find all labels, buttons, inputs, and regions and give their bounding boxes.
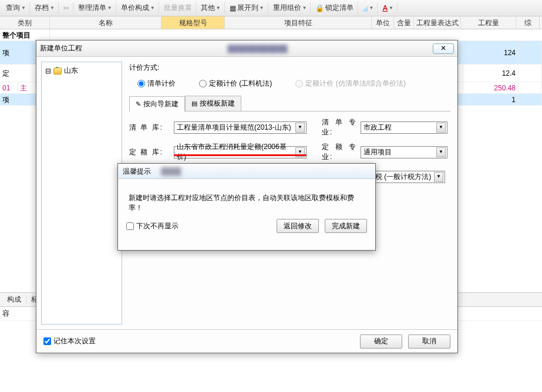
- radio-quota-pricing[interactable]: 定额计价 (工料机法): [199, 79, 272, 89]
- label: 其他: [201, 3, 215, 13]
- tip-message: 新建时请选择工程对应地区节点的价目表，自动关联该地区取费模板和费率！: [118, 179, 375, 219]
- radio-quota-pricing2: 定额计价 (仿清单法/综合单价法): [295, 79, 406, 89]
- dialog-title: 新建单位工程: [40, 43, 82, 53]
- combo-quotamajor[interactable]: 通用项目▼: [361, 146, 447, 158]
- checkbox-input[interactable]: [43, 337, 51, 345]
- value: 山东省市政工程消耗量定额(2006基价): [177, 142, 295, 162]
- value: 工程量清单项目计量规范(2013-山东): [177, 123, 291, 133]
- dialog-titlebar: 新建单位工程 ████████████ ✕: [36, 40, 457, 57]
- regroup-button[interactable]: 重用组价▼: [270, 2, 311, 14]
- chevron-down-icon: ▼: [434, 172, 443, 182]
- radio-list-pricing[interactable]: 清单计价: [137, 79, 176, 89]
- cell: 01: [0, 82, 18, 93]
- grid-row[interactable]: 整个项目: [0, 29, 542, 41]
- main-toolbar: 查询▼ 存档▼ ✂ 整理清单▼ 单价构成▼ 批量换算 其他▼ ▦展开到▼ 重用组…: [0, 0, 542, 16]
- col-gcl: 工程量: [461, 16, 516, 29]
- label: 清单专业:: [322, 117, 357, 137]
- expand-button[interactable]: ▦展开到▼: [226, 2, 268, 14]
- radio-input[interactable]: [137, 80, 145, 87]
- label: 查询: [6, 3, 20, 13]
- cell: 12.4: [463, 65, 519, 82]
- chevron-down-icon: ▼: [302, 5, 307, 11]
- label: 清单计价: [147, 79, 176, 89]
- combo-listmajor[interactable]: 市政工程▼: [361, 121, 447, 134]
- scissors-icon: ✂: [63, 4, 69, 12]
- dialog-footer: 记住本次设置 确定 取消: [36, 329, 457, 353]
- finish-button[interactable]: 完成新建: [325, 219, 367, 233]
- folder-icon: [53, 67, 62, 75]
- highlight-button[interactable]: ◢▼: [359, 3, 378, 13]
- col-name: 名称: [50, 16, 161, 29]
- tip-titlebar: 温馨提示 ████: [118, 164, 375, 179]
- chevron-down-icon: ▼: [260, 5, 264, 11]
- other-button[interactable]: 其他▼: [197, 2, 225, 14]
- label: 定额计价 (仿清单法/综合单价法): [305, 79, 406, 89]
- checkbox-input[interactable]: [126, 222, 134, 230]
- label: 记住本次设置: [53, 336, 96, 346]
- minus-icon: ⊟: [45, 67, 51, 75]
- label: 单价构成: [121, 3, 149, 13]
- label: 按向导新建: [143, 99, 179, 109]
- label: 定额专业:: [322, 142, 357, 162]
- noagain-checkbox[interactable]: 下次不再显示: [126, 221, 179, 231]
- tab-template[interactable]: ▤按模板新建: [185, 96, 241, 111]
- label: 重用组价: [273, 3, 301, 13]
- label: 批量换算: [164, 3, 192, 13]
- pricing-radios: 清单计价 定额计价 (工料机法) 定额计价 (仿清单法/综合单价法): [129, 76, 450, 96]
- tab-wizard[interactable]: ✎按向导新建: [129, 96, 185, 111]
- tip-footer: 下次不再显示 返回修改 完成新建: [118, 219, 375, 233]
- tree-label: 山东: [64, 66, 78, 76]
- combo-quotalib[interactable]: 山东省市政工程消耗量定额(2006基价)▼: [174, 146, 307, 158]
- radio-input: [295, 80, 303, 87]
- cell: 整个项目: [0, 29, 50, 40]
- col-kind: 类别: [0, 16, 50, 29]
- chevron-down-icon: ▼: [107, 5, 112, 11]
- chevron-down-icon: ▼: [21, 5, 26, 11]
- chevron-down-icon: ▼: [216, 5, 221, 11]
- cell: 1: [463, 94, 519, 105]
- row-listlib: 清 单 库: 工程量清单项目计量规范(2013-山东)▼ 清单专业: 市政工程▼: [129, 117, 450, 137]
- scissors-button[interactable]: ✂: [60, 3, 73, 13]
- radio-input[interactable]: [199, 80, 207, 87]
- create-tabs: ✎按向导新建 ▤按模板新建: [129, 96, 450, 111]
- tree-item[interactable]: ⊟ 山东: [44, 65, 119, 77]
- value: 市政工程: [363, 123, 392, 133]
- label: 展开到: [237, 3, 258, 13]
- unitprice-button[interactable]: 单价构成▼: [117, 2, 159, 14]
- label: 定额计价 (工料机法): [209, 79, 272, 89]
- red-annotation: [174, 154, 307, 156]
- cancel-button[interactable]: 取消: [408, 334, 450, 349]
- label: 下次不再显示: [136, 221, 179, 231]
- blurred-text: ████: [161, 167, 181, 175]
- ok-button[interactable]: 确定: [360, 334, 402, 349]
- chevron-down-icon: ▼: [436, 147, 446, 157]
- label: 存档: [35, 3, 49, 13]
- chevron-down-icon: ▼: [295, 123, 305, 133]
- tip-title: 温馨提示: [123, 167, 151, 175]
- col-spec: 规格型号: [161, 16, 225, 29]
- fontcolor-button[interactable]: A▼: [379, 3, 398, 13]
- batch-button[interactable]: 批量换算: [160, 2, 196, 14]
- tip-dialog: 温馨提示 ████ 新建时请选择工程对应地区节点的价目表，自动关联该地区取费模板…: [117, 163, 376, 251]
- archive-button[interactable]: 存档▼: [31, 2, 59, 14]
- combo-listlib[interactable]: 工程量清单项目计量规范(2013-山东)▼: [174, 121, 307, 134]
- close-button[interactable]: ✕: [433, 43, 454, 54]
- file-icon: ▤: [191, 100, 197, 107]
- pricing-label: 计价方式:: [129, 63, 450, 73]
- col-zong: 综: [516, 16, 540, 29]
- region-tree[interactable]: ⊟ 山东: [41, 62, 122, 325]
- blurred-text: ████████████: [82, 45, 433, 53]
- font-color-icon: A: [382, 4, 388, 12]
- organize-button[interactable]: 整理清单▼: [75, 2, 116, 14]
- lock-button[interactable]: 🔒锁定清单: [312, 2, 358, 14]
- chevron-down-icon: ▼: [150, 5, 155, 11]
- query-button[interactable]: 查询▼: [2, 2, 30, 14]
- label: 锁定清单: [325, 3, 354, 13]
- bottom-tab[interactable]: 构成: [2, 295, 26, 305]
- remember-checkbox[interactable]: 记住本次设置: [43, 336, 96, 346]
- back-button[interactable]: 返回修改: [277, 219, 319, 233]
- highlight-icon: ◢: [362, 4, 368, 12]
- col-feature: 项目特征: [225, 16, 372, 29]
- pencil-icon: ✎: [136, 100, 141, 108]
- lock-icon: 🔒: [315, 4, 324, 12]
